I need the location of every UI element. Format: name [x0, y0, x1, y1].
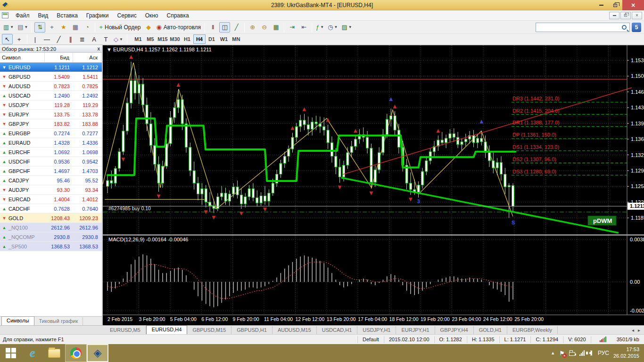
symbol-row-GBPJPY[interactable]: ▼GBPJPY183.82183.88 — [0, 119, 102, 129]
templates-button[interactable]: ▨▼ — [340, 22, 354, 33]
timeframe-M1[interactable]: M1 — [132, 34, 144, 44]
symbol-row-USDCAD[interactable]: ▲USDCAD1.24901.2492 — [0, 91, 102, 100]
profiles-button[interactable]: ▤▼ — [16, 22, 29, 33]
periods-button[interactable]: ◷▼ — [326, 22, 339, 33]
child-minimize-button[interactable] — [609, 12, 619, 19]
symbol-row-_NQ100[interactable]: ▲_NQ1002612.962612.96 — [0, 223, 102, 232]
chart-shift-button[interactable]: ⇤ — [298, 22, 309, 33]
search-input[interactable] — [536, 24, 622, 31]
eurusd-h4-chart[interactable]: DR3 (1.1442, 231.0)DR2 (1.1415, 204.0)DR… — [103, 45, 644, 325]
taskbar-internet-explorer[interactable]: e — [22, 344, 43, 362]
symbol-row-GBPUSD[interactable]: ▼GBPUSD1.54091.5411 — [0, 72, 102, 82]
chart-tab-EURGBP,Weekly[interactable]: EURGBP,Weekly — [507, 326, 558, 334]
symbol-row-AUDUSD[interactable]: ▼AUDUSD0.78230.7825 — [0, 82, 102, 91]
hidden-icons-button[interactable]: ▲ — [551, 351, 555, 355]
symbol-row-EURGBP[interactable]: ▲EURGBP0.72740.7277 — [0, 129, 102, 138]
timeframe-H1[interactable]: H1 — [181, 34, 193, 44]
symbol-row-CADCHF[interactable]: ▲CADCHF0.76280.7640 — [0, 204, 102, 214]
taskbar-metatrader[interactable]: ◈ — [87, 344, 108, 362]
chart-tab-GOLD,H1[interactable]: GOLD,H1 — [474, 326, 507, 334]
action-center-icon[interactable]: ⚑× — [559, 350, 565, 357]
trendline-button[interactable]: ╱ — [53, 34, 64, 44]
symbol-row-EURCAD[interactable]: ▼EURCAD1.40041.4012 — [0, 195, 102, 204]
taskbar-chrome[interactable] — [65, 344, 87, 362]
network-signal-icon[interactable] — [579, 350, 585, 356]
symbol-row-_SP500[interactable]: ▲_SP5001368.531368.53 — [0, 242, 102, 251]
timeframe-H4[interactable]: H4 — [193, 34, 206, 44]
menu-Окно[interactable]: Окно — [141, 11, 163, 20]
data-window-button[interactable]: + — [46, 22, 57, 33]
label-button[interactable]: T — [100, 34, 111, 44]
timeframe-M15[interactable]: M15 — [157, 34, 169, 44]
channel-button[interactable]: ∥ — [65, 34, 76, 44]
close-button[interactable]: × — [622, 0, 644, 10]
menu-Вставка[interactable]: Вставка — [52, 11, 82, 20]
start-button[interactable] — [0, 344, 22, 362]
search-box[interactable] — [536, 23, 630, 32]
menu-Справка[interactable]: Справка — [163, 11, 193, 20]
candlestick-chart-button[interactable]: ◫ — [219, 22, 230, 33]
community-notifications-badge[interactable]: 5 — [632, 23, 641, 32]
symbol-row-GBPCHF[interactable]: ▲GBPCHF1.46971.4703 — [0, 166, 102, 176]
new-order-button[interactable]: +Новый Ордер — [98, 22, 142, 33]
column-header-Символ[interactable]: Символ — [0, 53, 45, 62]
fibonacci-button[interactable]: ≣ — [77, 34, 88, 44]
menu-Вид[interactable]: Вид — [34, 11, 53, 20]
shapes-button[interactable]: ◇▼ — [112, 34, 124, 44]
market-watch-close-icon[interactable]: x — [97, 46, 100, 51]
tile-windows-button[interactable]: ▦ — [271, 22, 281, 33]
symbol-row-CADJPY[interactable]: ▲CADJPY95.4695.52 — [0, 176, 102, 185]
tab-scroll-left-icon[interactable]: ◂ — [632, 328, 634, 333]
cursor-button[interactable]: ↖ — [2, 34, 13, 44]
menu-Сервис[interactable]: Сервис — [113, 11, 141, 20]
taskbar-file-explorer[interactable] — [43, 344, 65, 362]
tab-scroll-right-icon[interactable]: ▸ — [638, 328, 640, 333]
clock[interactable]: 17:53 26.02.2015 — [613, 346, 639, 360]
language-indicator[interactable]: РУС — [598, 350, 609, 356]
crosshair-button[interactable]: + — [14, 34, 25, 44]
bar-chart-button[interactable]: ‖ — [207, 22, 218, 33]
market-watch-button[interactable]: ⇅ — [34, 22, 45, 33]
symbol-row-EURUSD[interactable]: ▼EURUSD1.12111.1212 — [0, 63, 102, 72]
market-watch-tab-Символы[interactable]: Символы — [1, 316, 34, 325]
search-icon[interactable] — [622, 25, 627, 30]
chart-tab-GBPUSD,H1[interactable]: GBPUSD,H1 — [231, 326, 272, 334]
indicators-button[interactable]: ƒ▼ — [314, 22, 325, 33]
symbol-row-AUDJPY[interactable]: ▼AUDJPY93.3093.34 — [0, 185, 102, 195]
chart-tab-EURUSD,M5[interactable]: EURUSD,M5 — [105, 326, 146, 334]
zoom-in-button[interactable]: ⊕ — [247, 22, 258, 33]
chart-window[interactable]: DR3 (1.1442, 231.0)DR2 (1.1415, 204.0)DR… — [103, 45, 644, 325]
text-button[interactable]: A — [89, 34, 99, 44]
symbol-row-USDCHF[interactable]: ▲USDCHF0.95360.9542 — [0, 157, 102, 166]
symbol-row-_NQCOMP[interactable]: ▲_NQCOMP2930.82930.8 — [0, 232, 102, 242]
minimize-button[interactable] — [594, 0, 608, 10]
timeframe-W1[interactable]: W1 — [218, 34, 230, 44]
child-close-button[interactable]: × — [632, 12, 642, 19]
chart-tab-EURJPY,H1[interactable]: EURJPY,H1 — [396, 326, 435, 334]
menu-Файл[interactable]: Файл — [11, 11, 34, 20]
zoom-out-button[interactable]: ⊖ — [259, 22, 270, 33]
scripts-button[interactable]: ◆ — [143, 22, 154, 33]
chart-tab-USDJPY,H1[interactable]: USDJPY,H1 — [357, 326, 396, 334]
symbol-row-EURJPY[interactable]: ▼EURJPY133.75133.78 — [0, 110, 102, 119]
horizontal-line-button[interactable]: — — [41, 34, 52, 44]
timeframe-M30[interactable]: M30 — [169, 34, 181, 44]
terminal-button[interactable]: ▦ — [70, 22, 81, 33]
symbol-row-EURAUD[interactable]: ▲EURAUD1.43281.4336 — [0, 138, 102, 148]
navigator-button[interactable]: ★ — [58, 22, 69, 33]
new-chart-button[interactable]: ▥▼ — [2, 22, 15, 33]
timeframe-MN[interactable]: MN — [230, 34, 242, 44]
symbol-row-GOLD[interactable]: ▼GOLD1208.431209.23 — [0, 214, 102, 223]
timeframe-D1[interactable]: D1 — [206, 34, 218, 44]
symbol-row-EURCHF[interactable]: ▲EURCHF1.06921.0698 — [0, 148, 102, 157]
line-chart-button[interactable]: ╱ — [231, 22, 242, 33]
timeframe-M5[interactable]: M5 — [144, 34, 157, 44]
chart-tab-AUDUSD,M15[interactable]: AUDUSD,M15 — [272, 326, 317, 334]
column-header-Аск[interactable]: Аск — [73, 53, 101, 62]
column-header-Бид[interactable]: Бид — [45, 53, 73, 62]
auto-trading-button[interactable]: ◉Авто-торговля — [155, 22, 203, 33]
menu-Графики[interactable]: Графики — [82, 11, 113, 20]
vertical-line-button[interactable]: | — [30, 34, 41, 44]
child-restore-button[interactable] — [620, 12, 631, 19]
restore-button[interactable] — [608, 0, 622, 10]
